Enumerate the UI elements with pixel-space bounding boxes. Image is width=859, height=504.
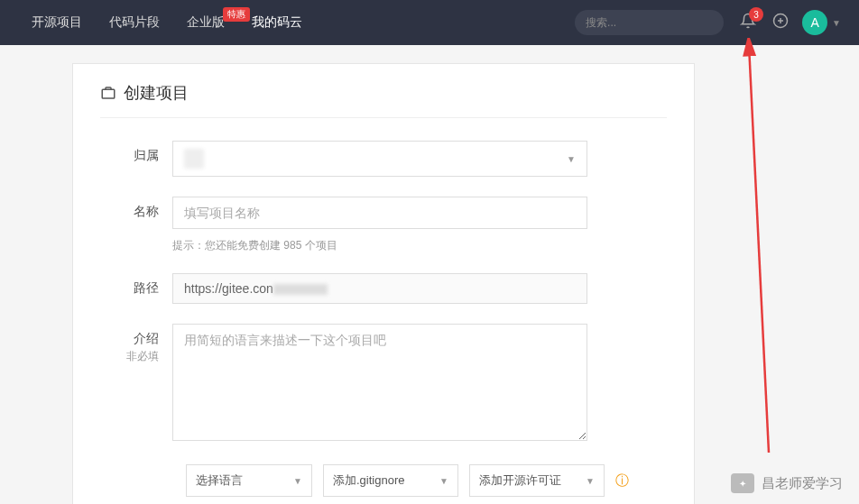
owner-label: 归属	[100, 141, 172, 164]
intro-sublabel: 非必填	[100, 349, 159, 364]
gitignore-select[interactable]: 添加.gitignore ▼	[323, 464, 458, 497]
nav-open-source[interactable]: 开源项目	[32, 14, 82, 31]
intro-textarea[interactable]	[172, 324, 587, 441]
search-box[interactable]	[575, 10, 724, 35]
watermark: ✦ 昌老师爱学习	[731, 473, 843, 493]
path-url-box: https://gitee.con	[172, 273, 587, 304]
info-icon[interactable]: ⓘ	[615, 472, 629, 490]
nav-snippets[interactable]: 代码片段	[109, 14, 160, 31]
project-name-input[interactable]	[172, 197, 587, 229]
nav-enterprise-label: 企业版	[187, 14, 225, 29]
notifications-icon[interactable]: 3	[740, 13, 756, 32]
project-icon	[100, 85, 116, 101]
svg-rect-3	[102, 89, 115, 98]
chevron-down-icon: ▼	[439, 476, 448, 486]
avatar-dropdown-icon[interactable]: ▼	[832, 18, 841, 28]
avatar[interactable]: A	[802, 10, 827, 35]
page-title-text: 创建项目	[124, 82, 189, 104]
path-blur	[273, 284, 328, 295]
license-select-label: 添加开源许可证	[479, 472, 561, 489]
path-prefix: https://gitee.con	[184, 281, 273, 296]
create-project-card: 创建项目 归属 ▼ 名称 提示：您还能免费创建 985 个项目 路径 http	[72, 63, 695, 504]
nav-enterprise[interactable]: 企业版 特惠	[187, 14, 225, 31]
chevron-down-icon: ▼	[586, 476, 595, 486]
language-select[interactable]: 选择语言 ▼	[186, 464, 312, 497]
nav-menu: 开源项目 代码片段 企业版 特惠 我的码云	[32, 14, 302, 31]
page-title: 创建项目	[100, 82, 667, 118]
add-icon[interactable]	[772, 13, 789, 32]
nav-my-gitee[interactable]: 我的码云	[252, 14, 302, 31]
name-label: 名称	[100, 197, 172, 220]
notif-badge: 3	[749, 7, 763, 22]
search-input[interactable]	[586, 16, 713, 29]
wechat-icon: ✦	[731, 473, 754, 493]
intro-label-text: 介绍	[134, 331, 159, 345]
owner-avatar-thumb	[184, 149, 204, 169]
promo-badge: 特惠	[223, 7, 250, 22]
license-select[interactable]: 添加开源许可证 ▼	[469, 464, 605, 497]
top-nav: 开源项目 代码片段 企业版 特惠 我的码云 3 A ▼	[0, 0, 859, 45]
quota-hint: 提示：您还能免费创建 985 个项目	[172, 238, 667, 253]
language-select-label: 选择语言	[196, 472, 243, 489]
watermark-text: 昌老师爱学习	[762, 475, 843, 492]
intro-label: 介绍 非必填	[100, 324, 172, 364]
owner-select[interactable]: ▼	[172, 141, 587, 177]
gitignore-select-label: 添加.gitignore	[333, 472, 404, 489]
chevron-down-icon: ▼	[293, 476, 302, 486]
path-label: 路径	[100, 273, 172, 297]
chevron-down-icon: ▼	[567, 154, 576, 164]
